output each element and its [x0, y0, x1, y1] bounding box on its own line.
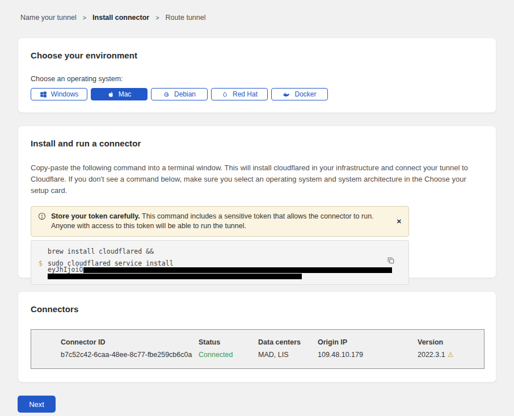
install-connector-card: Install and run a connector Copy-paste t…	[18, 125, 496, 278]
code-line-brew-install: brew install cloudflared &&	[48, 248, 394, 255]
os-button-row: Windows Mac Debian Red Hat Docker	[31, 88, 483, 100]
copy-icon[interactable]	[387, 257, 395, 266]
code-line-token: eyJhIjoiO	[48, 267, 394, 273]
os-button-label: Mac	[119, 90, 132, 98]
terminal-prompt: $	[39, 259, 43, 267]
next-button[interactable]: Next	[18, 396, 56, 413]
column-header-data-centers: Data centers	[258, 338, 318, 346]
os-button-label: Red Hat	[233, 90, 258, 98]
docker-icon	[283, 91, 290, 98]
breadcrumb: Name your tunnel > Install connector > R…	[0, 0, 514, 22]
column-header-origin-ip: Origin IP	[318, 338, 418, 346]
column-header-status: Status	[199, 338, 258, 346]
os-button-docker[interactable]: Docker	[271, 88, 328, 100]
choose-environment-card: Choose your environment Choose an operat…	[18, 37, 496, 113]
bottom-strip	[0, 416, 514, 420]
alert-circle-icon	[38, 212, 46, 222]
os-button-label: Windows	[51, 90, 79, 98]
warning-text: Store your token carefully. This command…	[51, 212, 391, 231]
os-button-redhat[interactable]: Red Hat	[211, 88, 268, 100]
close-icon[interactable]: ✕	[397, 219, 402, 225]
warning-triangle-icon: ⚠	[448, 351, 454, 359]
os-button-mac[interactable]: Mac	[91, 88, 148, 100]
redacted-token-bar	[48, 274, 302, 279]
data-centers-cell: MAD, LIS	[258, 351, 318, 359]
os-button-debian[interactable]: Debian	[151, 88, 208, 100]
windows-icon	[40, 91, 47, 98]
install-description: Copy-paste the following command into a …	[31, 162, 479, 196]
breadcrumb-separator: >	[83, 14, 86, 21]
breadcrumb-separator: >	[155, 14, 159, 21]
code-line-service-install: sudo cloudflared service install	[48, 260, 394, 267]
status-badge: Connected	[199, 351, 258, 359]
debian-icon	[163, 91, 170, 98]
os-button-label: Debian	[174, 90, 196, 98]
warning-bold-text: Store your token carefully.	[51, 212, 140, 220]
token-warning-banner: Store your token carefully. This command…	[31, 206, 409, 237]
version-value: 2022.3.1	[418, 351, 445, 359]
os-button-windows[interactable]: Windows	[31, 88, 87, 100]
connectors-card: Connectors Connector ID Status Data cent…	[18, 291, 496, 383]
origin-ip-cell: 109.48.10.179	[318, 351, 418, 359]
redhat-icon	[221, 91, 229, 98]
os-prompt-label: Choose an operating system:	[31, 75, 483, 83]
install-connector-title: Install and run a connector	[31, 138, 479, 148]
version-cell: 2022.3.1 ⚠	[418, 351, 484, 359]
connectors-table: Connector ID Status Data centers Origin …	[31, 329, 484, 369]
connector-id-cell: b7c52c42-6caa-48ee-8c77-fbe259cb6c0a	[61, 351, 199, 359]
column-header-connector-id: Connector ID	[61, 338, 199, 346]
table-row: b7c52c42-6caa-48ee-8c77-fbe259cb6c0a Con…	[61, 351, 484, 359]
breadcrumb-step-name-your-tunnel[interactable]: Name your tunnel	[20, 14, 77, 22]
choose-environment-title: Choose your environment	[31, 51, 483, 60]
install-command-code-block: $ brew install cloudflared && sudo cloud…	[31, 240, 409, 285]
apple-icon	[107, 91, 115, 98]
breadcrumb-step-route-tunnel[interactable]: Route tunnel	[166, 14, 206, 22]
redacted-token-bar	[83, 267, 392, 273]
token-prefix: eyJhIjoiO	[48, 267, 83, 273]
os-button-label: Docker	[294, 90, 316, 98]
column-header-version: Version	[418, 338, 484, 346]
connectors-table-header: Connector ID Status Data centers Origin …	[61, 338, 484, 346]
connectors-title: Connectors	[31, 304, 483, 314]
breadcrumb-step-install-connector[interactable]: Install connector	[92, 14, 149, 22]
